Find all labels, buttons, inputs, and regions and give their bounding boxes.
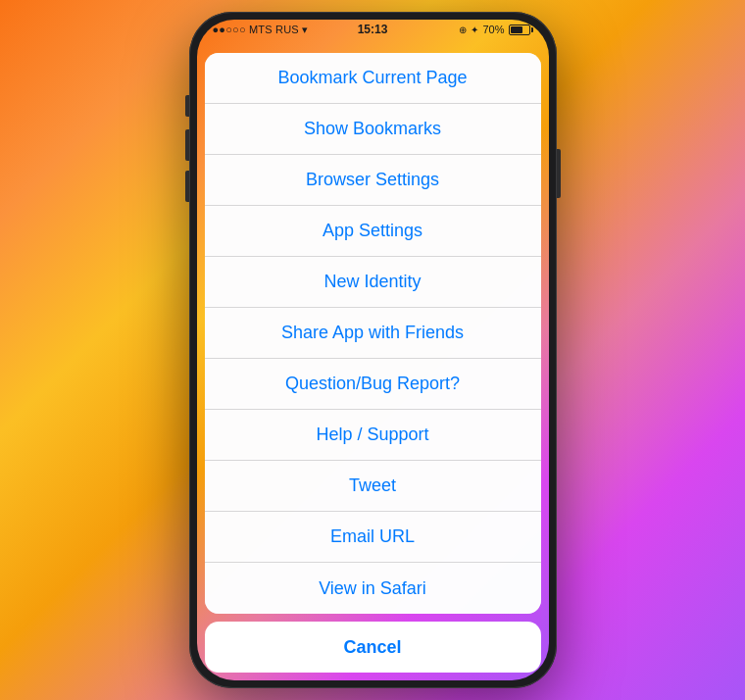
action-item-share-app-with-friends[interactable]: Share App with Friends [205, 308, 541, 359]
bluetooth-icon: ✦ [471, 25, 478, 35]
action-sheet-area: Bookmark Current PageShow BookmarksBrows… [197, 39, 549, 680]
battery-fill [511, 26, 523, 33]
phone-screen: ●●○○○ MTS RUS ▾ 15:13 ⊕ ✦ 70% [197, 20, 549, 680]
action-item-help-support[interactable]: Help / Support [205, 410, 541, 461]
action-item-label-app-settings: App Settings [323, 221, 422, 241]
action-item-label-email-url: Email URL [330, 526, 415, 547]
volume-down-button[interactable] [185, 171, 189, 202]
clock: 15:13 [358, 23, 388, 36]
action-item-tweet[interactable]: Tweet [205, 461, 541, 512]
action-item-browser-settings[interactable]: Browser Settings [205, 155, 541, 206]
carrier-name: MTS RUS [249, 24, 302, 35]
action-item-bookmark-current-page[interactable]: Bookmark Current Page [205, 53, 541, 104]
location-icon: ⊕ [459, 25, 467, 35]
action-item-label-bookmark-current-page: Bookmark Current Page [277, 68, 467, 88]
action-item-label-share-app-with-friends: Share App with Friends [281, 323, 464, 343]
action-item-label-help-support: Help / Support [316, 425, 428, 445]
wifi-icon: ▾ [302, 24, 308, 35]
battery-indicator [509, 25, 533, 35]
battery-cap [531, 27, 533, 32]
phone-frame: ●●○○○ MTS RUS ▾ 15:13 ⊕ ✦ 70% [189, 12, 557, 688]
power-button[interactable] [557, 149, 561, 198]
cancel-button[interactable]: Cancel [205, 622, 541, 673]
volume-up-button[interactable] [185, 129, 189, 161]
action-item-app-settings[interactable]: App Settings [205, 206, 541, 257]
battery-percent-text: 70% [482, 24, 504, 35]
status-bar: ●●○○○ MTS RUS ▾ 15:13 ⊕ ✦ 70% [197, 20, 549, 39]
action-item-new-identity[interactable]: New Identity [205, 257, 541, 308]
action-item-question-bug-report[interactable]: Question/Bug Report? [205, 359, 541, 410]
battery-body [509, 25, 530, 35]
action-item-label-new-identity: New Identity [323, 272, 421, 292]
cancel-label: Cancel [343, 637, 401, 658]
action-sheet: Bookmark Current PageShow BookmarksBrows… [205, 53, 541, 614]
signal-dots: ●●○○○ [213, 24, 246, 35]
action-item-label-tweet: Tweet [349, 475, 396, 496]
action-item-label-view-in-safari: View in Safari [319, 578, 426, 599]
action-item-label-question-bug-report: Question/Bug Report? [285, 374, 460, 394]
action-item-view-in-safari[interactable]: View in Safari [205, 563, 541, 614]
action-item-label-show-bookmarks: Show Bookmarks [304, 119, 441, 139]
action-item-label-browser-settings: Browser Settings [306, 170, 439, 190]
action-item-show-bookmarks[interactable]: Show Bookmarks [205, 104, 541, 155]
mute-button[interactable] [185, 95, 189, 117]
action-item-email-url[interactable]: Email URL [205, 512, 541, 563]
status-right-area: ⊕ ✦ 70% [459, 24, 532, 35]
carrier-info: ●●○○○ MTS RUS ▾ [213, 24, 309, 36]
